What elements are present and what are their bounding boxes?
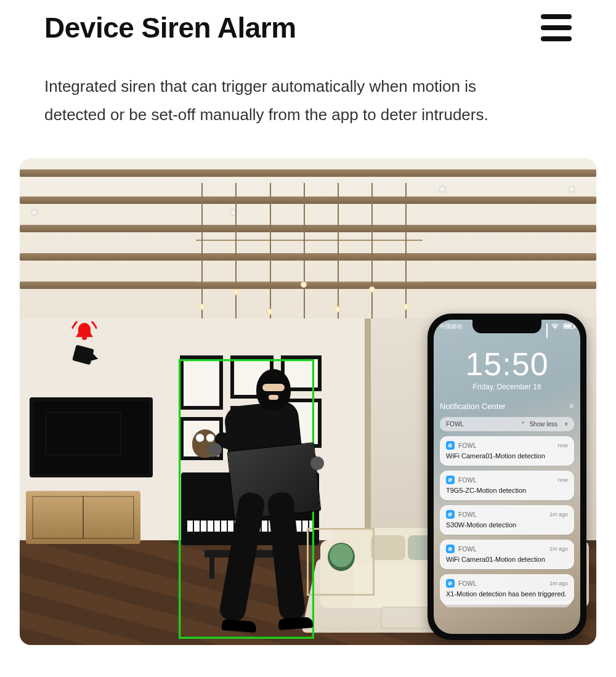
app-icon: ⎚ (446, 441, 455, 450)
feature-description: Integrated siren that can trigger automa… (0, 44, 542, 129)
notification-message: WiFi Camera01-Motion detection (446, 556, 568, 563)
notification-item[interactable]: ⎚FOWL1m agoWiFi Camera01-Motion detectio… (440, 540, 574, 569)
app-icon: ⎚ (446, 545, 455, 553)
notification-app: ⎚FOWL (446, 476, 477, 484)
phone-notch-icon (472, 320, 541, 333)
ceiling (20, 158, 596, 318)
notification-app-name: FOWL (458, 546, 477, 553)
signal-icon (546, 323, 548, 329)
app-icon: ⎚ (446, 476, 455, 484)
notification-item[interactable]: ⎚FOWLnowWiFi Camera01-Motion detection (440, 436, 574, 466)
notification-center-header: Notification Center × (440, 401, 574, 411)
battery-icon (563, 323, 574, 329)
status-icons (544, 323, 574, 330)
notification-time: 1m ago (549, 546, 568, 552)
intruder-figure (190, 364, 319, 635)
notification-message: S30W-Motion detection (446, 521, 568, 529)
notification-item[interactable]: ⎚FOWL1m agoS30W-Motion detection (440, 505, 574, 535)
vase (328, 543, 355, 571)
close-icon[interactable]: × (564, 421, 568, 428)
tv-stand (26, 491, 140, 544)
notification-item[interactable]: ⎚FOWL1m agoX1-Motion detection has been … (440, 574, 574, 604)
header: Device Siren Alarm (0, 0, 616, 44)
carrier-label: 中国移动 (440, 323, 462, 331)
notification-app: ⎚FOWL (446, 510, 477, 519)
clock-date: Friday, December 16 (434, 383, 580, 391)
feature-illustration: 中国移动 15:50 Friday, December 16 Notificat… (20, 158, 596, 645)
hamburger-bar-icon (541, 25, 572, 30)
notification-time: now (557, 477, 568, 483)
hamburger-bar-icon (541, 14, 572, 19)
chevron-up-icon: ⌃ (521, 421, 525, 428)
app-icon: ⎚ (446, 579, 455, 588)
page: Device Siren Alarm Integrated siren that… (0, 0, 616, 677)
page-title: Device Siren Alarm (44, 11, 296, 44)
notification-message: WiFi Camera01-Motion detection (446, 452, 568, 460)
notification-list: ⎚FOWLnowWiFi Camera01-Motion detection⎚F… (434, 436, 580, 604)
chandelier (168, 208, 451, 331)
app-icon: ⎚ (446, 510, 455, 519)
notification-app-name: FOWL (458, 442, 477, 449)
notification-app: ⎚FOWL (446, 441, 477, 450)
bell-alarm-icon (70, 318, 99, 347)
wifi-icon (551, 323, 559, 330)
notification-item[interactable]: ⎚FOWLnowT9G5-ZC-Motion detection (440, 471, 574, 500)
notification-center-title: Notification Center (440, 402, 506, 411)
phone-mockup: 中国移动 15:50 Friday, December 16 Notificat… (428, 314, 586, 640)
notification-app-name: FOWL (458, 477, 477, 484)
group-app-name: FOWL (446, 421, 464, 428)
notification-time: 1m ago (549, 580, 568, 586)
clock-time: 15:50 (434, 348, 580, 380)
notification-message: X1-Motion detection has been triggered. (446, 590, 568, 598)
notification-app: ⎚FOWL (446, 579, 477, 588)
notification-app: ⎚FOWL (446, 545, 477, 553)
close-icon[interactable]: × (569, 401, 574, 411)
hamburger-bar-icon (541, 36, 572, 41)
phone-screen: 中国移动 15:50 Friday, December 16 Notificat… (434, 320, 580, 634)
notification-stack-icon (445, 604, 569, 607)
notification-message: T9G5-ZC-Motion detection (446, 487, 568, 494)
notification-group-header[interactable]: FOWL ⌃ Show less × (440, 417, 574, 431)
menu-button[interactable] (541, 14, 572, 41)
tv (30, 397, 153, 477)
group-actions: ⌃ Show less × (521, 421, 568, 428)
notification-app-name: FOWL (458, 580, 477, 587)
notification-time: 1m ago (549, 511, 568, 517)
notification-time: now (557, 442, 568, 448)
lockscreen-clock: 15:50 Friday, December 16 (434, 348, 580, 391)
show-less-label[interactable]: Show less (529, 421, 557, 428)
notification-app-name: FOWL (458, 511, 477, 518)
